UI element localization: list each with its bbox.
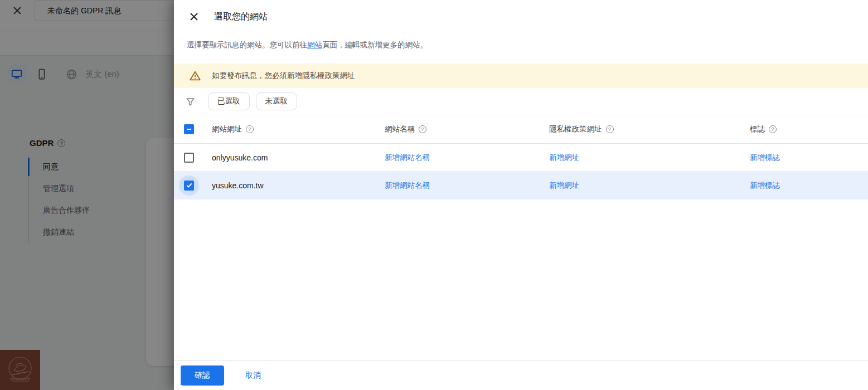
add-site-name-link[interactable]: 新增網站名稱: [385, 181, 430, 189]
filter-icon[interactable]: [185, 96, 196, 107]
confirm-button[interactable]: 確認: [181, 365, 224, 386]
add-privacy-url-link[interactable]: 新增網址: [549, 153, 579, 162]
dialog-description: 選擇要顯示訊息的網站。您可以前往網站頁面，編輯或新增更多的網站。: [187, 40, 855, 50]
help-icon[interactable]: ?: [419, 125, 426, 133]
dialog-title: 選取您的網站: [214, 11, 268, 23]
add-site-name-link[interactable]: 新增網站名稱: [385, 153, 430, 162]
description-text-after: 頁面，編輯或新增更多的網站。: [322, 41, 428, 49]
dialog-header: 選取您的網站: [174, 0, 868, 29]
close-icon: [190, 12, 198, 21]
add-privacy-url-link[interactable]: 新增網址: [549, 181, 579, 189]
site-row: yusuke.com.tw 新增網站名稱 新增網址 新增標誌: [174, 172, 868, 199]
help-icon[interactable]: ?: [769, 125, 777, 133]
sites-table-header: 網站網址 ? 網站名稱 ? 隱私權政策網址 ? 標誌 ?: [174, 115, 868, 144]
warning-text: 如要發布訊息，您必須新增隱私權政策網址: [212, 71, 355, 81]
help-icon[interactable]: ?: [246, 125, 254, 133]
table-empty-area: [174, 199, 868, 360]
cancel-button[interactable]: 取消: [245, 370, 261, 381]
add-logo-link[interactable]: 新增標誌: [750, 181, 780, 189]
description-text-before: 選擇要顯示訊息的網站。您可以前往: [187, 41, 307, 49]
help-icon[interactable]: ?: [606, 125, 614, 133]
column-header-logo: 標誌 ?: [750, 124, 868, 134]
indeterminate-mark-icon: [186, 126, 192, 133]
sites-page-link[interactable]: 網站: [307, 41, 322, 49]
row-checkbox[interactable]: [184, 153, 194, 163]
site-url: yusuke.com.tw: [212, 181, 385, 190]
site-url: onlyyusuke.com: [212, 153, 385, 162]
dialog-footer: 確認 取消: [174, 360, 868, 390]
column-header-name: 網站名稱 ?: [385, 124, 549, 134]
select-sites-dialog: 選取您的網站 選擇要顯示訊息的網站。您可以前往網站頁面，編輯或新增更多的網站。 …: [174, 0, 868, 390]
filter-chip-selected[interactable]: 已選取: [208, 92, 250, 110]
select-all-checkbox[interactable]: [184, 124, 194, 134]
privacy-policy-warning-banner: 如要發布訊息，您必須新增隱私權政策網址: [174, 64, 868, 88]
close-dialog-button[interactable]: [187, 10, 201, 23]
filter-row: 已選取 未選取: [174, 88, 868, 115]
site-row: onlyyusuke.com 新增網站名稱 新增網址 新增標誌: [174, 144, 868, 172]
column-header-url: 網站網址 ?: [212, 124, 385, 134]
column-header-privacy: 隱私權政策網址 ?: [549, 124, 750, 134]
checkbox-focus-halo: [179, 176, 199, 196]
warning-icon: [189, 70, 201, 82]
add-logo-link[interactable]: 新增標誌: [750, 153, 780, 162]
filter-chip-unselected[interactable]: 未選取: [256, 92, 298, 110]
row-checkbox[interactable]: [184, 181, 194, 191]
checkmark-icon: [186, 182, 193, 189]
